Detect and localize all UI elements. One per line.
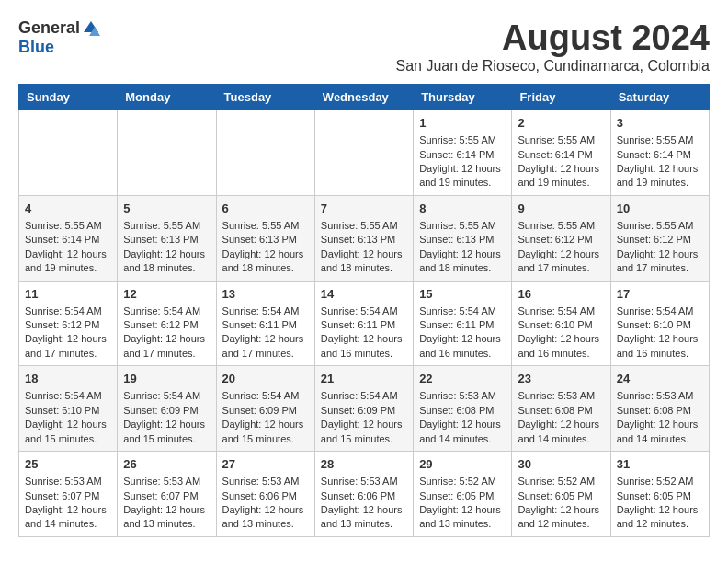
day-number: 5 (123, 201, 210, 217)
day-number: 30 (518, 456, 604, 473)
day-number: 9 (518, 201, 604, 217)
daylight-text: Daylight: 12 hours and 14 minutes. (518, 418, 604, 446)
page-header: General Blue August 2024 San Juan de Rio… (18, 18, 710, 75)
daylight-text: Daylight: 12 hours and 15 minutes. (222, 418, 309, 446)
cell-content: 5Sunrise: 5:55 AMSunset: 6:13 PMDaylight… (123, 201, 210, 276)
calendar-cell: 21Sunrise: 5:54 AMSunset: 6:09 PMDayligh… (314, 366, 413, 452)
calendar-cell: 9Sunrise: 5:55 AMSunset: 6:12 PMDaylight… (512, 195, 610, 281)
day-number: 25 (25, 456, 111, 473)
sunset-text: Sunset: 6:10 PM (25, 404, 111, 418)
calendar-cell: 19Sunrise: 5:54 AMSunset: 6:09 PMDayligh… (118, 366, 216, 452)
calendar-cell: 26Sunrise: 5:53 AMSunset: 6:07 PMDayligh… (118, 452, 216, 537)
logo-blue-text: Blue (18, 38, 54, 57)
daylight-text: Daylight: 12 hours and 19 minutes. (617, 162, 703, 190)
daylight-text: Daylight: 12 hours and 16 minutes. (518, 332, 604, 361)
daylight-text: Daylight: 12 hours and 15 minutes. (321, 418, 407, 446)
day-number: 14 (321, 286, 407, 303)
sunrise-text: Sunrise: 5:54 AM (222, 304, 309, 318)
cell-content: 31Sunrise: 5:52 AMSunset: 6:05 PMDayligh… (617, 456, 703, 532)
day-number: 13 (222, 286, 309, 303)
sunset-text: Sunset: 6:13 PM (222, 233, 309, 247)
cell-content: 3Sunrise: 5:55 AMSunset: 6:14 PMDaylight… (617, 115, 703, 190)
daylight-text: Daylight: 12 hours and 13 minutes. (321, 503, 407, 532)
sunset-text: Sunset: 6:08 PM (518, 404, 604, 418)
day-number: 17 (617, 286, 703, 303)
daylight-text: Daylight: 12 hours and 17 minutes. (617, 247, 703, 276)
cell-content: 18Sunrise: 5:54 AMSunset: 6:10 PMDayligh… (25, 371, 111, 446)
day-number: 24 (617, 371, 703, 387)
calendar-week-1: 1Sunrise: 5:55 AMSunset: 6:14 PMDaylight… (19, 110, 710, 196)
cell-content: 24Sunrise: 5:53 AMSunset: 6:08 PMDayligh… (617, 371, 703, 446)
sunset-text: Sunset: 6:10 PM (617, 318, 703, 332)
sunset-text: Sunset: 6:14 PM (518, 148, 604, 162)
daylight-text: Daylight: 12 hours and 17 minutes. (518, 247, 604, 276)
calendar-cell: 16Sunrise: 5:54 AMSunset: 6:10 PMDayligh… (512, 281, 610, 366)
calendar-cell: 29Sunrise: 5:52 AMSunset: 6:05 PMDayligh… (414, 452, 512, 537)
daylight-text: Daylight: 12 hours and 17 minutes. (25, 332, 111, 361)
sunrise-text: Sunrise: 5:54 AM (617, 304, 703, 318)
daylight-text: Daylight: 12 hours and 16 minutes. (419, 332, 506, 361)
calendar-cell: 14Sunrise: 5:54 AMSunset: 6:11 PMDayligh… (314, 281, 413, 366)
calendar-cell (216, 110, 314, 196)
daylight-text: Daylight: 12 hours and 18 minutes. (222, 247, 309, 276)
calendar-table: Sunday Monday Tuesday Wednesday Thursday… (18, 84, 710, 537)
sunset-text: Sunset: 6:13 PM (419, 233, 506, 247)
sunset-text: Sunset: 6:12 PM (25, 318, 111, 332)
sunset-text: Sunset: 6:11 PM (222, 318, 309, 332)
calendar-cell: 24Sunrise: 5:53 AMSunset: 6:08 PMDayligh… (610, 366, 709, 452)
calendar-cell: 5Sunrise: 5:55 AMSunset: 6:13 PMDaylight… (118, 195, 216, 281)
cell-content: 6Sunrise: 5:55 AMSunset: 6:13 PMDaylight… (222, 201, 309, 276)
calendar-cell: 12Sunrise: 5:54 AMSunset: 6:12 PMDayligh… (118, 281, 216, 366)
calendar-cell: 31Sunrise: 5:52 AMSunset: 6:05 PMDayligh… (610, 452, 709, 537)
day-number: 31 (617, 456, 703, 473)
daylight-text: Daylight: 12 hours and 19 minutes. (25, 247, 111, 276)
daylight-text: Daylight: 12 hours and 14 minutes. (419, 418, 506, 446)
col-saturday: Saturday (610, 85, 709, 110)
day-number: 19 (123, 371, 210, 387)
cell-content: 27Sunrise: 5:53 AMSunset: 6:06 PMDayligh… (222, 456, 309, 532)
sunrise-text: Sunrise: 5:54 AM (321, 389, 407, 403)
sunrise-text: Sunrise: 5:55 AM (25, 219, 111, 233)
col-monday: Monday (118, 85, 216, 110)
day-number: 4 (25, 201, 111, 217)
calendar-cell: 25Sunrise: 5:53 AMSunset: 6:07 PMDayligh… (19, 452, 118, 537)
title-section: August 2024 San Juan de Rioseco, Cundina… (395, 18, 710, 75)
sunset-text: Sunset: 6:05 PM (419, 489, 506, 503)
cell-content: 10Sunrise: 5:55 AMSunset: 6:12 PMDayligh… (617, 201, 703, 276)
day-number: 28 (321, 456, 407, 473)
sunset-text: Sunset: 6:06 PM (222, 489, 309, 503)
day-number: 8 (419, 201, 506, 217)
sunrise-text: Sunrise: 5:54 AM (123, 304, 210, 318)
sunrise-text: Sunrise: 5:55 AM (419, 219, 506, 233)
sunrise-text: Sunrise: 5:54 AM (419, 304, 506, 318)
sunset-text: Sunset: 6:09 PM (123, 404, 210, 418)
daylight-text: Daylight: 12 hours and 17 minutes. (123, 332, 210, 361)
calendar-cell: 18Sunrise: 5:54 AMSunset: 6:10 PMDayligh… (19, 366, 118, 452)
sunrise-text: Sunrise: 5:54 AM (123, 389, 210, 403)
sunset-text: Sunset: 6:07 PM (25, 489, 111, 503)
sunrise-text: Sunrise: 5:55 AM (222, 219, 309, 233)
cell-content: 4Sunrise: 5:55 AMSunset: 6:14 PMDaylight… (25, 201, 111, 276)
day-number: 26 (123, 456, 210, 473)
daylight-text: Daylight: 12 hours and 13 minutes. (222, 503, 309, 532)
sunrise-text: Sunrise: 5:53 AM (25, 475, 111, 488)
calendar-week-5: 25Sunrise: 5:53 AMSunset: 6:07 PMDayligh… (19, 452, 710, 537)
sunrise-text: Sunrise: 5:54 AM (321, 304, 407, 318)
cell-content: 12Sunrise: 5:54 AMSunset: 6:12 PMDayligh… (123, 286, 210, 362)
calendar-cell: 2Sunrise: 5:55 AMSunset: 6:14 PMDaylight… (512, 110, 610, 196)
day-number: 21 (321, 371, 407, 387)
cell-content: 2Sunrise: 5:55 AMSunset: 6:14 PMDaylight… (518, 115, 604, 190)
calendar-cell: 1Sunrise: 5:55 AMSunset: 6:14 PMDaylight… (414, 110, 512, 196)
col-wednesday: Wednesday (314, 85, 413, 110)
calendar-cell: 11Sunrise: 5:54 AMSunset: 6:12 PMDayligh… (19, 281, 118, 366)
cell-content: 8Sunrise: 5:55 AMSunset: 6:13 PMDaylight… (419, 201, 506, 276)
sunset-text: Sunset: 6:06 PM (321, 489, 407, 503)
col-sunday: Sunday (19, 85, 118, 110)
sunset-text: Sunset: 6:13 PM (123, 233, 210, 247)
sunset-text: Sunset: 6:05 PM (617, 489, 703, 503)
sunrise-text: Sunrise: 5:55 AM (123, 219, 210, 233)
sunrise-text: Sunrise: 5:53 AM (617, 389, 703, 403)
daylight-text: Daylight: 12 hours and 14 minutes. (617, 418, 703, 446)
daylight-text: Daylight: 12 hours and 15 minutes. (123, 418, 210, 446)
logo-icon (82, 19, 100, 38)
